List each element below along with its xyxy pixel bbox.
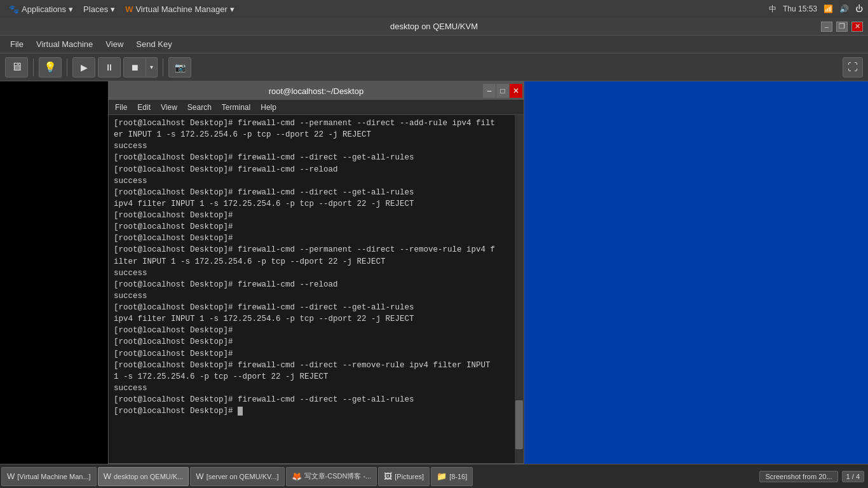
taskbar-right: Screenshot from 20... 1 / 4: [759, 471, 867, 482]
wifi-icon[interactable]: 📶: [824, 4, 833, 13]
toolbar-stop-dropdown[interactable]: ▾: [146, 57, 158, 78]
left-black-sidebar: [0, 81, 108, 464]
vm-manager-menu-label: Virtual Machine Manager: [135, 4, 227, 14]
apps-icon: 🐾: [9, 4, 19, 14]
toolbar-separator-1: [33, 58, 34, 76]
toolbar-bulb-button[interactable]: 💡: [39, 57, 62, 78]
vm-toolbar: 🖥 💡 ▶ ⏸ ⏹ ▾ 📷 ⛶: [0, 53, 868, 81]
taskbar-server-label: [server on QEMU/KV...]: [207, 473, 279, 480]
taskbar-files-label: [8-16]: [449, 473, 467, 480]
system-bar: 🐾 Applications ▾ Places ▾ W Virtual Mach…: [0, 0, 868, 18]
vm-icon: W: [125, 4, 133, 14]
power-icon[interactable]: ⏻: [855, 4, 863, 13]
vm-window-controls: – ❒ ✕: [821, 22, 863, 32]
terminal-scrollbar-thumb[interactable]: [515, 400, 523, 449]
terminal-menu-bar: File Edit View Search Terminal Help: [109, 100, 524, 115]
vm-manager-menu[interactable]: W Virtual Machine Manager ▾: [121, 3, 238, 15]
terminal-cursor: [238, 407, 243, 416]
vm-minimize-button[interactable]: –: [821, 22, 832, 32]
vm-content-area: root@localhost:~/Desktop – □ ✕ File Edit…: [0, 81, 868, 464]
toolbar-separator-3: [163, 58, 163, 76]
taskbar-item-firefox[interactable]: 🦊 写文章-CSDN博客 -...: [286, 467, 377, 486]
terminal-menu-search[interactable]: Search: [184, 102, 215, 113]
vm-menu-bar: File Virtual Machine View Send Key: [0, 36, 868, 53]
vm-close-button[interactable]: ✕: [851, 22, 863, 32]
vm-window-title: desktop on QEMU/KVM: [390, 22, 478, 31]
terminal-close-button[interactable]: ✕: [510, 84, 522, 98]
apps-arrow: ▾: [69, 4, 73, 14]
vm-menu-file[interactable]: File: [5, 37, 29, 51]
terminal-menu-help[interactable]: Help: [257, 102, 280, 113]
input-method-indicator[interactable]: 中: [769, 4, 776, 15]
taskbar-firefox-icon: 🦊: [292, 471, 302, 481]
vm-manager-arrow: ▾: [230, 4, 234, 14]
toolbar-monitor-button[interactable]: 🖥: [5, 57, 28, 78]
terminal-menu-terminal[interactable]: Terminal: [218, 102, 254, 113]
terminal-title-bar: root@localhost:~/Desktop – □ ✕: [109, 82, 524, 100]
vm-menu-send-key[interactable]: Send Key: [131, 37, 177, 51]
terminal-menu-edit[interactable]: Edit: [133, 102, 154, 113]
terminal-menu-file[interactable]: File: [111, 102, 131, 113]
toolbar-play-button[interactable]: ▶: [72, 57, 95, 78]
places-menu[interactable]: Places ▾: [79, 3, 119, 15]
taskbar-pictures-icon: 🖼: [384, 471, 392, 481]
places-arrow: ▾: [111, 4, 115, 14]
taskbar-files-icon: 📁: [437, 471, 447, 481]
page-indicator: 1 / 4: [842, 471, 864, 482]
toolbar-fullscreen-button[interactable]: ⛶: [843, 57, 863, 78]
taskbar-item-desktop-qemu[interactable]: W desktop on QEMU/K...: [98, 467, 189, 486]
taskbar-pictures-label: [Pictures]: [395, 473, 424, 480]
volume-icon[interactable]: 🔊: [839, 4, 849, 13]
taskbar-item-vm-manager[interactable]: W [Virtual Machine Man...]: [1, 467, 97, 486]
taskbar-item-pictures[interactable]: 🖼 [Pictures]: [378, 467, 430, 486]
system-bar-right: 中 Thu 15:53 📶 🔊 ⏻: [769, 4, 863, 15]
vm-menu-virtual-machine[interactable]: Virtual Machine: [31, 37, 98, 51]
vm-menu-view[interactable]: View: [100, 37, 128, 51]
toolbar-right: ⛶: [843, 57, 863, 78]
system-bar-left: 🐾 Applications ▾ Places ▾ W Virtual Mach…: [5, 3, 238, 15]
applications-menu[interactable]: 🐾 Applications ▾: [5, 3, 77, 15]
right-desktop-area: [524, 81, 868, 464]
taskbar-vm-icon: W: [7, 471, 15, 481]
terminal-menu-view[interactable]: View: [157, 102, 181, 113]
screenshot-label[interactable]: Screenshot from 20...: [759, 471, 837, 482]
taskbar: W [Virtual Machine Man...] W desktop on …: [0, 464, 868, 488]
terminal-window: root@localhost:~/Desktop – □ ✕ File Edit…: [108, 81, 524, 464]
taskbar-firefox-label: 写文章-CSDN博客 -...: [304, 471, 372, 481]
vm-maximize-button[interactable]: ❒: [836, 22, 848, 32]
terminal-body[interactable]: [root@localhost Desktop]# firewall-cmd -…: [109, 115, 524, 463]
terminal-output: [root@localhost Desktop]# firewall-cmd -…: [114, 118, 519, 417]
taskbar-vm-label: [Virtual Machine Man...]: [17, 473, 90, 480]
taskbar-server-icon: W: [196, 471, 203, 481]
terminal-title: root@localhost:~/Desktop: [269, 86, 363, 96]
toolbar-stop-button[interactable]: ⏹: [123, 57, 146, 78]
taskbar-item-server-qemu[interactable]: W [server on QEMU/KV...]: [190, 467, 284, 486]
terminal-maximize-button[interactable]: □: [496, 84, 509, 98]
applications-label: Applications: [22, 4, 66, 14]
terminal-scrollbar[interactable]: [515, 115, 524, 463]
taskbar-desktop-label: desktop on QEMU/K...: [114, 473, 183, 480]
toolbar-separator-2: [67, 58, 67, 76]
terminal-window-controls: – □ ✕: [483, 84, 522, 98]
toolbar-screenshot-button[interactable]: 📷: [168, 57, 191, 78]
vm-manager-title-bar: desktop on QEMU/KVM – ❒ ✕: [0, 18, 868, 36]
toolbar-pause-button[interactable]: ⏸: [98, 57, 121, 78]
terminal-minimize-button[interactable]: –: [483, 84, 496, 98]
taskbar-item-files[interactable]: 📁 [8-16]: [431, 467, 473, 486]
taskbar-desktop-icon: W: [104, 471, 111, 481]
places-label: Places: [83, 4, 108, 14]
clock: Thu 15:53: [783, 4, 817, 13]
